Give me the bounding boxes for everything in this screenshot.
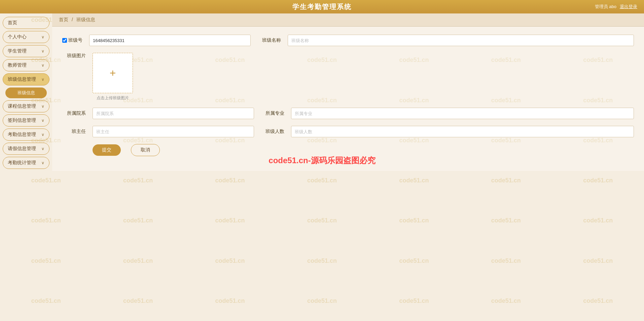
sidebar-item-attendance-label: 考勤信息管理: [8, 132, 36, 138]
form-row-teacher: 班主任 班级人数: [62, 126, 634, 137]
sidebar-item-personal[interactable]: 个人中心 ∨: [3, 31, 49, 43]
chevron-down-icon: ∨: [41, 35, 44, 39]
sidebar-sub-classinfo[interactable]: 班级信息: [5, 87, 46, 98]
breadcrumb-current: 班级信息: [76, 17, 95, 22]
form-buttons-row: 提交 取消: [93, 144, 634, 156]
sidebar-item-home[interactable]: 首页: [3, 17, 49, 29]
sidebar-item-stats[interactable]: 考勤统计管理 ∨: [3, 157, 49, 169]
image-upload-box[interactable]: +: [93, 53, 133, 93]
class-name-label: 班级名称: [257, 37, 281, 43]
header: 学生考勤管理系统 管理员 abo 退出登录: [0, 0, 644, 13]
class-name-input[interactable]: [288, 35, 634, 46]
submit-button[interactable]: 提交: [93, 144, 121, 156]
main-content: 首页 / 班级信息 班级号 班级名称 班级图片 +: [52, 13, 644, 321]
chevron-down-icon: ∨: [41, 104, 44, 109]
header-right: 管理员 abo 退出登录: [595, 4, 637, 10]
sidebar-sub-classinfo-label: 班级信息: [17, 90, 35, 95]
sidebar-item-stats-label: 考勤统计管理: [8, 160, 36, 166]
cancel-button[interactable]: 取消: [131, 144, 160, 156]
form-area: 班级号 班级名称 班级图片 + 点击上传班级图片 所属院系: [52, 27, 644, 171]
form-row-classid: 班级号 班级名称: [62, 35, 634, 46]
sidebar-item-leave-label: 请假信息管理: [8, 146, 36, 152]
plus-icon: +: [110, 67, 116, 79]
breadcrumb-separator: /: [72, 17, 73, 22]
breadcrumb: 首页 / 班级信息: [52, 13, 644, 27]
class-size-input[interactable]: [291, 126, 634, 137]
class-id-checkbox-label[interactable]: 班级号: [62, 37, 82, 43]
admin-label: 管理员 abo: [595, 4, 616, 10]
chevron-down-icon: ∨: [41, 160, 44, 165]
image-upload-hint: 点击上传班级图片: [97, 95, 129, 101]
chevron-down-icon: ∨: [41, 132, 44, 137]
form-row-dept: 所属院系 所属专业: [62, 108, 634, 119]
sidebar: 首页 个人中心 ∨ 学生管理 ∨ 教师管理 ∨ 班级信息管理 ∨ 班级信息 课程…: [0, 13, 52, 321]
sidebar-item-course[interactable]: 课程信息管理 ∨: [3, 100, 49, 112]
sidebar-item-checkin[interactable]: 签到信息管理 ∨: [3, 114, 49, 127]
class-id-label: 班级号: [68, 37, 82, 43]
class-id-input[interactable]: [89, 35, 251, 46]
chevron-down-icon: ∨: [41, 118, 44, 123]
chevron-down-icon: ∨: [41, 63, 44, 68]
sidebar-item-home-label: 首页: [8, 20, 17, 26]
sidebar-item-classinfo[interactable]: 班级信息管理 ∨: [3, 73, 49, 85]
sidebar-item-leave[interactable]: 请假信息管理 ∨: [3, 143, 49, 155]
sidebar-item-teacher-label: 教师管理: [8, 62, 27, 68]
logout-button[interactable]: 退出登录: [620, 4, 637, 10]
sidebar-item-checkin-label: 签到信息管理: [8, 117, 36, 123]
form-row-image: 班级图片 + 点击上传班级图片: [62, 53, 634, 101]
breadcrumb-home[interactable]: 首页: [59, 17, 68, 22]
class-id-checkbox[interactable]: [62, 38, 67, 43]
dept-input[interactable]: [93, 108, 254, 119]
major-input[interactable]: [291, 108, 634, 119]
sidebar-item-course-label: 课程信息管理: [8, 103, 36, 109]
sidebar-item-student-label: 学生管理: [8, 48, 27, 54]
teacher-label: 班主任: [62, 129, 86, 135]
app-title: 学生考勤管理系统: [292, 2, 352, 11]
sidebar-item-student[interactable]: 学生管理 ∨: [3, 45, 49, 57]
sidebar-item-classinfo-label: 班级信息管理: [8, 76, 36, 82]
teacher-input[interactable]: [93, 126, 254, 137]
chevron-down-icon: ∨: [41, 77, 44, 82]
sidebar-item-attendance[interactable]: 考勤信息管理 ∨: [3, 129, 49, 141]
chevron-down-icon: ∨: [41, 146, 44, 151]
chevron-down-icon: ∨: [41, 49, 44, 54]
dept-label: 所属院系: [62, 110, 86, 116]
class-image-label: 班级图片: [62, 53, 86, 59]
sidebar-item-personal-label: 个人中心: [8, 34, 27, 40]
class-size-label: 班级人数: [261, 129, 284, 135]
major-label: 所属专业: [261, 110, 284, 116]
sidebar-item-teacher[interactable]: 教师管理 ∨: [3, 59, 49, 71]
main-layout: 首页 个人中心 ∨ 学生管理 ∨ 教师管理 ∨ 班级信息管理 ∨ 班级信息 课程…: [0, 13, 644, 321]
